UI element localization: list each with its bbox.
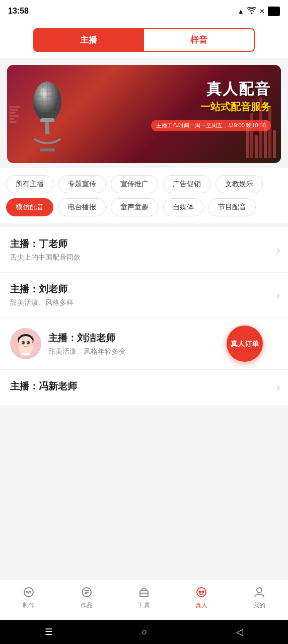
- broadcaster-avatar-2: [10, 328, 41, 359]
- filter-tag-1[interactable]: 专题宣传: [58, 175, 106, 193]
- broadcaster-item-3[interactable]: 主播：冯新老师›: [0, 370, 288, 406]
- tab-anchor[interactable]: 主播: [33, 28, 144, 52]
- svg-point-31: [202, 591, 204, 593]
- broadcaster-desc-1: 甜美活泼、风格多样: [10, 298, 272, 307]
- broadcaster-list: 主播：丁老师舌尖上的中国配音同款›主播：刘老师甜美活泼、风格多样›: [0, 227, 288, 406]
- svg-rect-10: [45, 122, 49, 134]
- nav-item-作品[interactable]: 作品: [66, 585, 107, 610]
- broadcaster-info-3: 主播：冯新老师: [10, 380, 272, 395]
- broadcaster-name-3: 主播：冯新老师: [10, 380, 272, 393]
- broadcaster-item-0[interactable]: 主播：丁老师舌尖上的中国配音同款›: [0, 227, 288, 273]
- svg-rect-9: [40, 118, 54, 122]
- microphone-image: [12, 70, 83, 158]
- nav-label-4: 我的: [253, 601, 265, 610]
- alert-icon: ▲: [238, 8, 244, 15]
- nav-icon-bag: [137, 585, 151, 599]
- equalizer-right: [246, 65, 276, 163]
- nav-item-我的[interactable]: 我的: [239, 585, 279, 610]
- android-home-button[interactable]: ○: [142, 627, 148, 637]
- status-bar: 13:58 ▲ ✕ 81: [0, 0, 288, 22]
- banner: 真人配音 一站式配音服务 主播工作时间：周一至周五，早9:00-晚18:00: [7, 65, 281, 163]
- status-time: 13:58: [8, 7, 29, 16]
- broadcaster-desc-0: 舌尖上的中国配音同款: [10, 253, 272, 262]
- wifi-icon: [247, 7, 256, 16]
- android-nav-bar: ☰ ○ ◁: [0, 620, 288, 644]
- nav-item-制作[interactable]: 制作: [9, 585, 49, 610]
- tab-switcher: 主播 样音: [0, 22, 288, 58]
- filter-tag-8[interactable]: 自媒体: [163, 198, 203, 216]
- broadcaster-info-1: 主播：刘老师甜美活泼、风格多样: [10, 283, 272, 307]
- broadcaster-name-0: 主播：丁老师: [10, 237, 272, 251]
- svg-point-18: [22, 342, 23, 343]
- chevron-right-icon-0: ›: [276, 244, 280, 256]
- float-order-button[interactable]: 真人订单: [227, 326, 263, 362]
- filter-tag-5[interactable]: 模仿配音: [6, 198, 53, 216]
- nav-label-3: 真人: [195, 601, 207, 610]
- svg-rect-11: [40, 148, 55, 151]
- nav-icon-lines: [80, 585, 94, 599]
- nav-label-2: 工具: [138, 601, 150, 610]
- chevron-right-icon-3: ›: [276, 382, 280, 393]
- filter-tag-9[interactable]: 节目配音: [208, 198, 256, 216]
- broadcaster-item-1[interactable]: 主播：刘老师甜美活泼、风格多样›: [0, 273, 288, 318]
- signal-icon: ✕: [259, 8, 265, 15]
- broadcaster-item-2[interactable]: 主播：刘洁老师甜美活泼、风格年轻多变真人订单: [0, 318, 288, 370]
- nav-icon-wave: [22, 585, 36, 599]
- nav-icon-face: [194, 585, 208, 599]
- chevron-right-icon-1: ›: [276, 289, 280, 301]
- filter-tag-4[interactable]: 文教娱乐: [215, 175, 263, 193]
- svg-point-21: [28, 344, 32, 346]
- tab-sample[interactable]: 样音: [144, 28, 255, 52]
- broadcaster-name-1: 主播：刘老师: [10, 283, 272, 296]
- filter-tags: 所有主播专题宣传宣传推广广告促销文教娱乐模仿配音电台播报童声童趣自媒体节目配音: [0, 168, 288, 223]
- svg-point-30: [199, 591, 201, 593]
- svg-point-20: [19, 344, 23, 346]
- svg-point-19: [27, 342, 28, 343]
- status-icons: ▲ ✕ 81: [238, 7, 280, 16]
- android-back-button[interactable]: ◁: [236, 626, 243, 637]
- broadcaster-info-0: 主播：丁老师舌尖上的中国配音同款: [10, 237, 272, 262]
- filter-tag-7[interactable]: 童声童趣: [111, 198, 158, 216]
- nav-item-工具[interactable]: 工具: [124, 585, 164, 610]
- bottom-nav: 制作 作品 工具 真人 我的: [0, 580, 288, 620]
- nav-label-0: 制作: [23, 601, 35, 610]
- filter-tag-0[interactable]: 所有主播: [6, 175, 53, 193]
- svg-point-32: [257, 588, 262, 593]
- filter-tag-3[interactable]: 广告促销: [163, 175, 210, 193]
- svg-point-29: [197, 588, 206, 597]
- android-menu-button[interactable]: ☰: [45, 626, 53, 637]
- battery-indicator: 81: [268, 7, 280, 16]
- filter-tag-6[interactable]: 电台播报: [58, 198, 106, 216]
- nav-label-1: 作品: [81, 601, 93, 610]
- nav-icon-user: [252, 585, 266, 599]
- filter-tag-2[interactable]: 宣传推广: [111, 175, 158, 193]
- nav-item-真人[interactable]: 真人: [181, 585, 222, 610]
